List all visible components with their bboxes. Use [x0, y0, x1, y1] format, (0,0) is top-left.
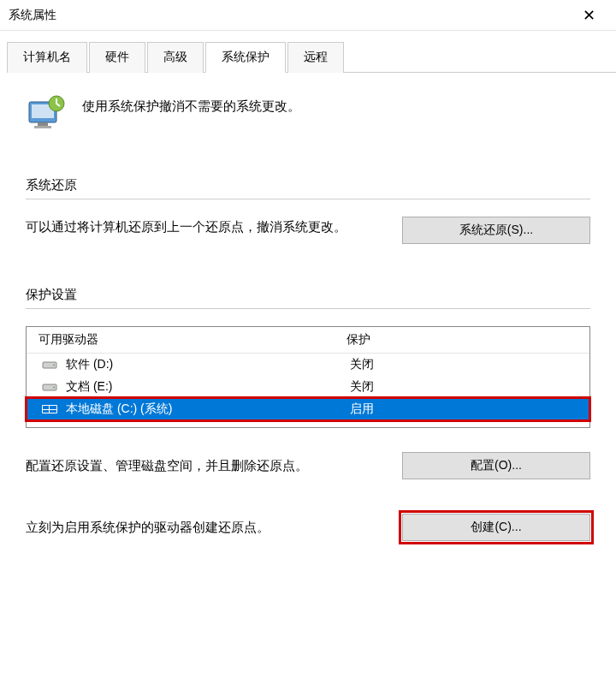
close-icon: ✕	[583, 6, 595, 25]
drive-name: 软件 (D:)	[66, 357, 350, 372]
drive-row[interactable]: 软件 (D:) 关闭	[27, 354, 589, 376]
tab-system-protection[interactable]: 系统保护	[205, 42, 286, 73]
system-restore-button[interactable]: 系统还原(S)...	[402, 217, 590, 244]
section-title-restore: 系统还原	[26, 177, 590, 193]
tab-content: 使用系统保护撤消不需要的系统更改。 系统还原 可以通过将计算机还原到上一个还原点…	[0, 73, 616, 541]
drive-table: 可用驱动器 保护 软件 (D:) 关闭 文档 (E:) 关闭 本地磁盘 (C:)…	[26, 326, 590, 428]
svg-rect-3	[34, 126, 51, 128]
restore-row: 可以通过将计算机还原到上一个还原点，撤消系统更改。 系统还原(S)...	[26, 217, 590, 244]
drive-status: 启用	[350, 401, 578, 417]
drive-icon	[42, 381, 57, 393]
col-header-status: 保护	[346, 332, 578, 348]
tab-remote[interactable]: 远程	[287, 42, 344, 73]
svg-point-8	[53, 387, 55, 389]
drive-row-selected[interactable]: 本地磁盘 (C:) (系统) 启用	[27, 398, 589, 420]
intro-text: 使用系统保护撤消不需要的系统更改。	[82, 93, 300, 115]
titlebar: 系统属性 ✕	[0, 0, 616, 31]
close-button[interactable]: ✕	[572, 3, 606, 27]
configure-row: 配置还原设置、管理磁盘空间，并且删除还原点。 配置(O)...	[26, 452, 590, 479]
windows-drive-icon	[42, 403, 57, 415]
svg-rect-13	[50, 410, 56, 413]
svg-rect-12	[43, 410, 49, 413]
drive-status: 关闭	[350, 357, 578, 372]
drive-name: 文档 (E:)	[66, 379, 350, 395]
restore-description: 可以通过将计算机还原到上一个还原点，撤消系统更改。	[26, 217, 385, 237]
drive-icon	[42, 359, 57, 371]
system-protection-icon	[26, 93, 67, 134]
svg-rect-10	[43, 406, 49, 409]
drive-row[interactable]: 文档 (E:) 关闭	[27, 376, 589, 398]
configure-button[interactable]: 配置(O)...	[402, 452, 590, 479]
drive-status: 关闭	[350, 379, 578, 395]
create-row: 立刻为启用系统保护的驱动器创建还原点。 创建(C)...	[26, 514, 590, 541]
create-button[interactable]: 创建(C)...	[402, 514, 590, 541]
tab-advanced[interactable]: 高级	[147, 42, 204, 73]
col-header-drive: 可用驱动器	[38, 332, 346, 348]
configure-text: 配置还原设置、管理磁盘空间，并且删除还原点。	[26, 458, 385, 474]
svg-rect-2	[38, 122, 48, 126]
separator	[26, 308, 590, 309]
svg-point-6	[53, 365, 55, 366]
intro-row: 使用系统保护撤消不需要的系统更改。	[26, 93, 590, 134]
tab-computer-name[interactable]: 计算机名	[7, 42, 87, 73]
svg-rect-11	[50, 406, 56, 409]
section-title-protection: 保护设置	[26, 287, 590, 303]
tabs: 计算机名 硬件 高级 系统保护 远程	[7, 41, 616, 73]
separator	[26, 199, 590, 199]
window-title: 系统属性	[9, 8, 56, 23]
drive-table-header: 可用驱动器 保护	[27, 327, 589, 354]
tab-hardware[interactable]: 硬件	[89, 42, 145, 73]
drive-name: 本地磁盘 (C:) (系统)	[66, 401, 350, 417]
create-text: 立刻为启用系统保护的驱动器创建还原点。	[26, 520, 385, 536]
